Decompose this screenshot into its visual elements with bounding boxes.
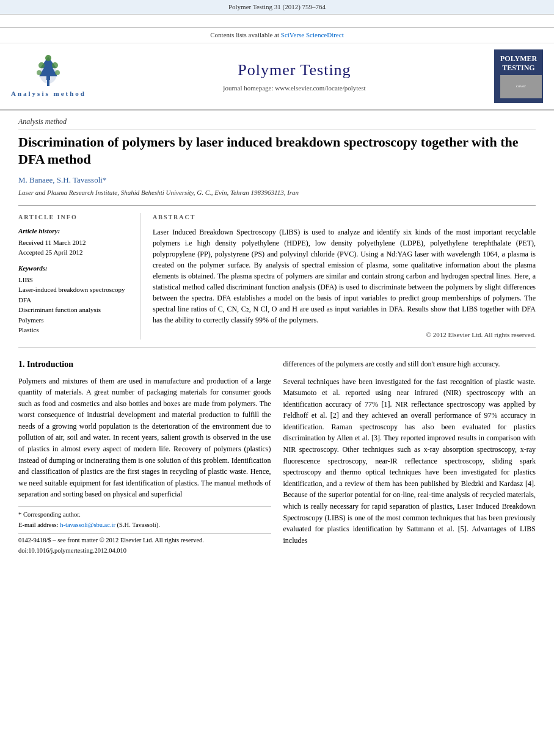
article-info-abstract: ARTICLE INFO Article history: Received 1…: [18, 205, 536, 347]
elsevier-brand: Analysis method: [11, 89, 86, 98]
paper-title: Discrimination of polymers by laser indu…: [18, 134, 536, 169]
keyword-item: Polymers: [18, 316, 131, 325]
journal-homepage: journal homepage: www.elsevier.com/locat…: [95, 84, 494, 93]
svg-point-4: [52, 62, 58, 68]
footer-line1: 0142-9418/$ – see front matter © 2012 El…: [18, 536, 271, 545]
keywords-list: LIBSLaser-induced breakdown spectroscopy…: [18, 275, 131, 335]
journal-reference: Polymer Testing 31 (2012) 759–764: [228, 3, 326, 10]
paper-body: Analysis method Discrimination of polyme…: [0, 111, 554, 569]
section1-para3: Several techniques have been investigate…: [283, 376, 536, 547]
left-column: 1. Introduction Polymers and mixtures of…: [18, 358, 271, 557]
svg-point-6: [55, 70, 60, 75]
elsevier-logo: Analysis method: [11, 54, 86, 98]
abstract-section: ABSTRACT Laser Induced Breakdown Spectro…: [153, 213, 536, 340]
footnote-area: * Corresponding author. E-mail address: …: [18, 506, 271, 556]
article-info-title: ARTICLE INFO: [18, 213, 131, 222]
journal-reference-bar: Polymer Testing 31 (2012) 759–764: [0, 0, 554, 15]
section1-para1: Polymers and mixtures of them are used i…: [18, 376, 271, 501]
accepted-date: Accepted 25 April 2012: [18, 248, 131, 257]
copyright: © 2012 Elsevier Ltd. All rights reserved…: [153, 330, 536, 340]
received-date: Received 11 March 2012: [18, 238, 131, 247]
authors: M. Banaee, S.H. Tavassoli*: [18, 175, 536, 186]
section1-para2: differences of the polymers are costly a…: [283, 358, 536, 370]
keyword-item: DFA: [18, 296, 131, 305]
right-column: differences of the polymers are costly a…: [283, 358, 536, 557]
article-info-column: ARTICLE INFO Article history: Received 1…: [18, 213, 140, 340]
abstract-text: Laser Induced Breakdown Spectroscopy (LI…: [153, 227, 536, 325]
svg-point-7: [45, 55, 51, 61]
svg-point-5: [37, 70, 42, 75]
keyword-item: Laser-induced breakdown spectroscopy: [18, 285, 131, 294]
footer-area: 0142-9418/$ – see front matter © 2012 El…: [18, 533, 271, 555]
keywords-label: Keywords:: [18, 264, 131, 273]
email-footnote: E-mail address: h-tavassoli@sbu.ac.ir (S…: [18, 521, 271, 530]
keyword-item: LIBS: [18, 275, 131, 285]
journal-header-row: Analysis method Polymer Testing journal …: [0, 43, 554, 111]
section1-title: 1. Introduction: [18, 358, 271, 371]
keyword-item: Discriminant function analysis: [18, 305, 131, 314]
journal-header: [0, 15, 554, 28]
journal-logo-line1: POLYMER: [500, 54, 537, 64]
footer-line2: doi:10.1016/j.polymertesting.2012.04.010: [18, 547, 271, 556]
journal-logo-line2: TESTING: [500, 64, 537, 73]
two-column-body: 1. Introduction Polymers and mixtures of…: [18, 358, 536, 557]
keyword-item: Plastics: [18, 325, 131, 335]
corresponding-footnote: * Corresponding author.: [18, 511, 271, 520]
article-type: Analysis method: [18, 117, 536, 130]
abstract-title: ABSTRACT: [153, 213, 536, 222]
sciverse-link[interactable]: SciVerse ScienceDirect: [281, 31, 344, 38]
history-label: Article history:: [18, 227, 131, 236]
journal-title: Polymer Testing: [95, 59, 494, 81]
journal-cover-image: cover: [500, 75, 542, 98]
email-link[interactable]: h-tavassoli@sbu.ac.ir: [60, 522, 115, 528]
history-dates: Received 11 March 2012 Accepted 25 April…: [18, 238, 131, 258]
elsevier-tree-icon: [33, 54, 64, 88]
svg-point-3: [38, 62, 45, 68]
affiliation: Laser and Plasma Research Institute, Sha…: [18, 188, 536, 197]
email-label: E-mail address:: [18, 522, 59, 528]
journal-logo-box: POLYMER TESTING cover: [494, 49, 543, 103]
journal-title-area: Polymer Testing journal homepage: www.el…: [95, 59, 494, 93]
contents-bar: Contents lists available at SciVerse Sci…: [0, 28, 554, 43]
email-person: (S.H. Tavassoli).: [117, 522, 160, 528]
